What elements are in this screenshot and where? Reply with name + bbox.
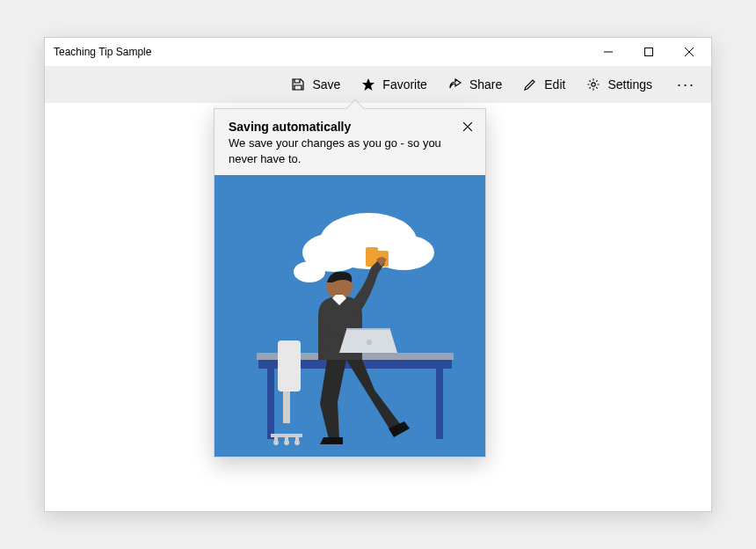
save-icon [291, 77, 305, 92]
minimize-button[interactable] [588, 39, 629, 65]
content-area: Saving automatically We save your change… [45, 103, 711, 511]
share-label: Share [469, 77, 502, 92]
svg-rect-12 [278, 340, 301, 392]
edit-label: Edit [544, 77, 565, 92]
svg-point-5 [294, 261, 325, 282]
svg-rect-13 [283, 392, 290, 423]
titlebar: Teaching Tip Sample [45, 38, 711, 66]
svg-point-18 [367, 340, 372, 345]
teaching-tip-illustration [214, 175, 485, 457]
app-window: Teaching Tip Sample Save [44, 37, 712, 512]
save-button[interactable]: Save [282, 72, 349, 97]
maximize-button[interactable] [629, 39, 669, 65]
save-label: Save [312, 77, 340, 92]
star-icon [361, 77, 375, 92]
favorite-label: Favorite [382, 77, 427, 92]
favorite-button[interactable]: Favorite [353, 72, 436, 97]
teaching-tip-body: We save your changes as you go - so you … [229, 135, 471, 166]
svg-rect-0 [645, 48, 653, 56]
svg-point-16 [294, 440, 300, 445]
svg-point-1 [592, 83, 595, 86]
settings-button[interactable]: Settings [578, 72, 661, 97]
svg-rect-10 [267, 369, 274, 439]
window-title: Teaching Tip Sample [54, 46, 151, 58]
teaching-tip-close-button[interactable] [459, 118, 476, 135]
toolbar: Save Favorite Share Edit [45, 66, 711, 103]
settings-label: Settings [607, 77, 652, 92]
edit-icon [523, 77, 537, 92]
close-window-button[interactable] [669, 39, 709, 65]
teaching-tip-header: Saving automatically We save your change… [214, 109, 485, 175]
teaching-tip-title: Saving automatically [229, 120, 471, 134]
share-button[interactable]: Share [440, 72, 511, 97]
share-icon [448, 77, 462, 92]
gear-icon [586, 77, 600, 92]
svg-point-15 [284, 440, 289, 445]
window-controls [588, 39, 709, 65]
edit-button[interactable]: Edit [514, 72, 574, 97]
svg-rect-7 [366, 247, 378, 254]
more-icon: ··· [677, 77, 695, 92]
teaching-tip: Saving automatically We save your change… [214, 108, 486, 458]
more-button[interactable]: ··· [665, 71, 708, 98]
close-icon [463, 122, 472, 131]
svg-point-14 [273, 440, 279, 445]
svg-rect-11 [436, 369, 443, 439]
